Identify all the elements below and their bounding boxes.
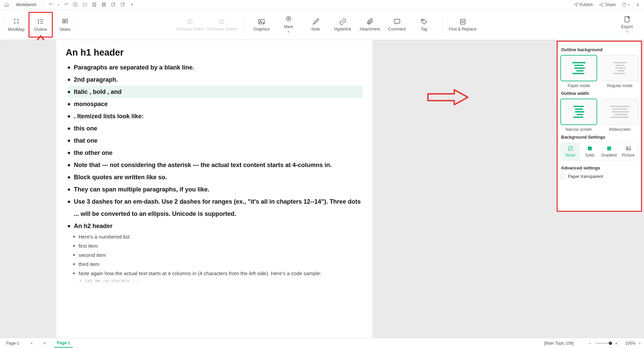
- publish-button[interactable]: Publish: [572, 2, 595, 8]
- ribbon: MindMap Outline Slides Increase Indent D…: [0, 9, 644, 40]
- svg-rect-3: [103, 5, 105, 6]
- graphics-label: Graphics: [253, 27, 270, 32]
- share-label: Share: [605, 2, 616, 7]
- ribbon-buttons: Increase Indent Decrease Indent Graphics…: [79, 12, 615, 37]
- save-button[interactable]: [90, 1, 98, 8]
- tag-label: Tag: [421, 27, 427, 32]
- export-label: Export: [621, 24, 633, 29]
- svg-rect-22: [625, 17, 629, 22]
- new-file-button[interactable]: [71, 1, 79, 8]
- share-button[interactable]: Share: [597, 2, 618, 8]
- more-dropdown[interactable]: ▾: [128, 1, 136, 8]
- undo-dropdown[interactable]: ▾: [57, 1, 60, 8]
- svg-point-19: [422, 20, 423, 21]
- mark-button[interactable]: Mark ▾: [276, 12, 301, 37]
- undo-button[interactable]: [47, 1, 55, 8]
- svg-point-6: [602, 3, 603, 4]
- outline-tab[interactable]: Outline: [28, 12, 53, 38]
- mindmap-tab[interactable]: MindMap: [4, 12, 28, 38]
- home-button[interactable]: [3, 1, 10, 8]
- mark-caret: ▾: [288, 30, 289, 34]
- redo-button[interactable]: [62, 1, 69, 8]
- svg-point-8: [602, 5, 603, 6]
- help-button[interactable]: ▾: [620, 2, 632, 8]
- decrease-indent-button: Decrease Indent: [207, 12, 237, 37]
- hyperlink-label: Hyperlink: [334, 27, 351, 32]
- svg-point-11: [38, 21, 39, 22]
- svg-point-10: [38, 19, 39, 20]
- svg-rect-13: [63, 19, 68, 23]
- note-label: Note: [311, 27, 320, 32]
- print-button[interactable]: [100, 1, 107, 8]
- find-replace-button[interactable]: Find & Replace: [449, 12, 477, 37]
- decrease-indent-label: Decrease Indent: [207, 27, 237, 32]
- slides-label: Slides: [60, 27, 71, 32]
- slides-tab[interactable]: Slides: [53, 12, 77, 38]
- graphics-button[interactable]: Graphics: [249, 12, 274, 37]
- publish-label: Publish: [580, 2, 593, 7]
- svg-rect-4: [111, 3, 115, 6]
- svg-rect-18: [394, 19, 400, 23]
- view-tabs: MindMap Outline Slides: [3, 11, 79, 39]
- svg-point-16: [286, 17, 291, 21]
- svg-point-7: [600, 4, 601, 5]
- mindmap-label: MindMap: [8, 27, 24, 32]
- comment-label: Comment: [388, 27, 406, 32]
- attachment-label: Attachment: [360, 27, 380, 32]
- svg-rect-21: [460, 22, 465, 24]
- mark-label: Mark: [284, 24, 293, 29]
- open-file-button[interactable]: [81, 1, 88, 8]
- svg-point-17: [288, 18, 289, 19]
- export-quick-button[interactable]: [119, 1, 126, 8]
- increase-indent-button: Increase Indent: [176, 12, 204, 37]
- attachment-button[interactable]: Attachment: [358, 12, 382, 37]
- edit-button[interactable]: [109, 1, 117, 8]
- increase-indent-label: Increase Indent: [176, 27, 204, 32]
- svg-rect-20: [460, 19, 465, 21]
- app-name: Workbench: [12, 1, 40, 8]
- outline-label: Outline: [34, 27, 47, 32]
- collapse-ribbon-button[interactable]: ∧: [634, 1, 641, 8]
- export-caret: ▾: [626, 30, 628, 34]
- top-bar: Workbench ▾ ▾ Publish Share ▾ ∧: [0, 0, 644, 9]
- hyperlink-button[interactable]: Hyperlink: [331, 12, 355, 37]
- comment-button[interactable]: Comment: [385, 12, 409, 37]
- tag-button[interactable]: Tag: [412, 12, 436, 37]
- divider: [43, 2, 44, 7]
- export-button[interactable]: Export ▾: [615, 12, 639, 37]
- note-button[interactable]: Note: [304, 12, 328, 37]
- find-replace-label: Find & Replace: [449, 27, 477, 32]
- svg-point-12: [38, 23, 39, 23]
